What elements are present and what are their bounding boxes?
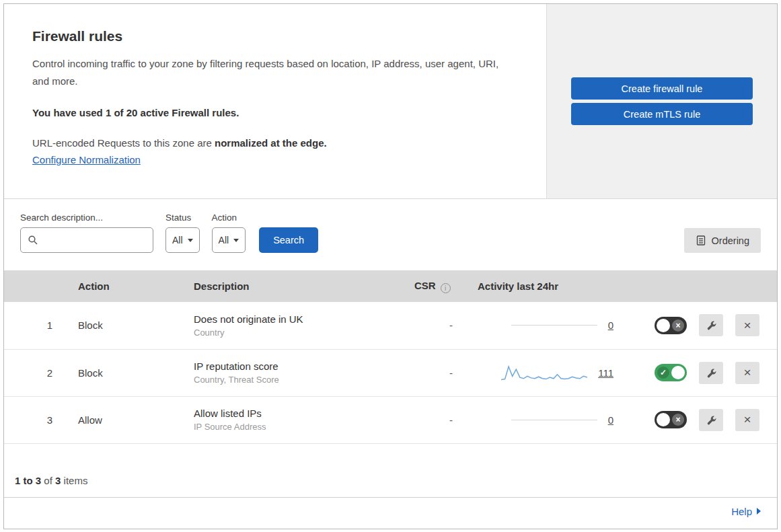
column-header-controls — [620, 270, 777, 302]
filters-section: Search description... Status All Action … — [4, 199, 777, 270]
search-icon — [28, 235, 38, 245]
search-button[interactable]: Search — [259, 227, 318, 253]
rule-action: Allow — [63, 396, 179, 443]
rule-csr: - — [400, 349, 467, 396]
column-header-description: Description — [179, 270, 400, 302]
rule-description: Does not originate in UK — [194, 313, 400, 325]
range-text: 1 to 3 — [15, 475, 41, 486]
edit-rule-button[interactable] — [699, 362, 723, 384]
rule-action: Block — [63, 349, 179, 396]
toggle-knob — [671, 366, 685, 379]
status-value: All — [172, 235, 183, 245]
wrench-icon — [706, 319, 717, 331]
status-dropdown[interactable]: All — [165, 227, 200, 253]
table-row: 2 Block IP reputation score Country, Thr… — [4, 349, 777, 396]
search-box — [20, 227, 153, 253]
rule-csr: - — [400, 302, 467, 349]
rule-description: Allow listed IPs — [194, 408, 400, 419]
table-row: 3 Allow Allow listed IPs IP Source Addre… — [4, 396, 777, 443]
ordering-label: Ordering — [712, 235, 749, 246]
toggle-knob — [657, 319, 670, 332]
wrench-icon — [706, 367, 717, 379]
close-icon: × — [743, 318, 751, 333]
activity-count-link[interactable]: 0 — [608, 414, 613, 426]
configure-normalization-link[interactable]: Configure Normalization — [32, 154, 141, 165]
table-row: 1 Block Does not originate in UK Country… — [4, 302, 777, 349]
rules-table: Action Description CSRi Activity last 24… — [4, 270, 777, 444]
help-label: Help — [731, 506, 752, 517]
activity-count-link[interactable]: 0 — [608, 319, 613, 331]
items-text: items — [61, 475, 87, 486]
of-text: of — [41, 475, 55, 486]
create-firewall-rule-button[interactable]: Create firewall rule — [571, 77, 753, 100]
close-icon: × — [743, 365, 751, 380]
search-input[interactable] — [20, 227, 153, 253]
rule-action: Block — [63, 302, 179, 349]
edit-rule-button[interactable] — [699, 409, 723, 431]
rule-index: 2 — [4, 349, 63, 396]
rule-index: 3 — [4, 396, 63, 443]
help-bar: Help — [4, 497, 777, 529]
csr-label: CSR — [414, 280, 436, 291]
actions-panel: Create firewall rule Create mTLS rule — [546, 4, 777, 198]
action-label: Action — [212, 213, 246, 223]
rule-index: 1 — [4, 302, 63, 349]
help-link[interactable]: Help — [731, 506, 761, 517]
normalization-note: URL-encoded Requests to this zone are no… — [32, 137, 526, 149]
create-mtls-rule-button[interactable]: Create mTLS rule — [571, 103, 753, 125]
activity-flatline — [511, 325, 597, 326]
rule-toggle[interactable]: ✓ × — [655, 364, 687, 381]
delete-rule-button[interactable]: × — [735, 314, 759, 336]
status-filter-group: Status All — [165, 213, 200, 253]
rule-fields: IP Source Address — [194, 422, 400, 432]
chevron-right-icon — [757, 508, 761, 515]
ordering-button[interactable]: Ordering — [684, 228, 761, 253]
action-dropdown[interactable]: All — [212, 227, 246, 253]
column-header-csr: CSRi — [400, 270, 467, 302]
toggle-knob — [657, 413, 670, 426]
column-header-action: Action — [63, 270, 179, 302]
activity-count-link[interactable]: 111 — [598, 367, 613, 379]
rule-toggle[interactable]: ✓ × — [655, 317, 687, 334]
page-description: Control incoming traffic to your zone by… — [32, 55, 510, 89]
delete-rule-button[interactable]: × — [735, 409, 759, 431]
x-icon: × — [672, 319, 684, 332]
rule-description: IP reputation score — [194, 360, 400, 372]
pagination-summary: 1 to 3 of 3 items — [4, 444, 777, 497]
rule-toggle[interactable]: ✓ × — [655, 411, 687, 428]
column-header-activity: Activity last 24hr — [467, 270, 620, 302]
chevron-down-icon — [233, 239, 239, 242]
rule-csr: - — [400, 396, 467, 443]
rule-fields: Country, Threat Score — [194, 375, 400, 385]
x-icon: × — [672, 414, 684, 426]
normalization-text: URL-encoded Requests to this zone are — [32, 137, 212, 149]
activity-flatline — [511, 420, 597, 420]
search-filter-group: Search description... — [20, 213, 153, 253]
table-header: Action Description CSRi Activity last 24… — [4, 270, 777, 302]
page-title: Firewall rules — [32, 28, 526, 44]
firewall-rules-page: Firewall rules Control incoming traffic … — [3, 3, 778, 529]
edit-rule-button[interactable] — [699, 314, 723, 336]
normalization-highlight: normalized at the edge. — [215, 137, 327, 149]
header-section: Firewall rules Control incoming traffic … — [4, 4, 777, 199]
info-icon[interactable]: i — [441, 283, 451, 293]
usage-summary: You have used 1 of 20 active Firewall ru… — [32, 107, 526, 118]
activity-sparkline-chart — [501, 363, 587, 383]
column-header-index — [4, 270, 63, 302]
action-value: All — [219, 235, 229, 245]
wrench-icon — [706, 414, 717, 426]
ordering-icon — [696, 235, 706, 246]
check-icon: ✓ — [657, 367, 669, 379]
delete-rule-button[interactable]: × — [735, 362, 759, 384]
rule-fields: Country — [194, 328, 400, 338]
search-label: Search description... — [20, 213, 153, 223]
header-content: Firewall rules Control incoming traffic … — [4, 4, 546, 198]
close-icon: × — [743, 412, 751, 427]
action-filter-group: Action All — [212, 213, 246, 253]
status-label: Status — [165, 213, 200, 223]
chevron-down-icon — [188, 239, 193, 242]
